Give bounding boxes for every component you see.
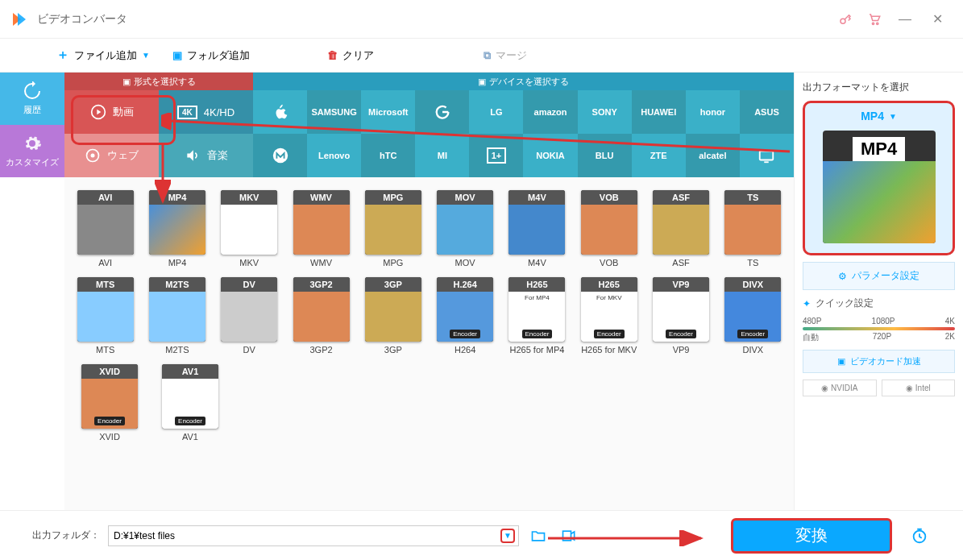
brand-apple[interactable] [253,90,307,134]
plus-icon: ＋ [56,47,69,64]
brand-zte[interactable]: ZTE [632,134,686,177]
format-label: MP4 [168,258,187,268]
category-4k-label: 4K/HD [204,106,235,118]
path-dropdown-icon[interactable]: ▼ [500,529,515,543]
output-path-input[interactable]: D:¥1¥test files ▼ [108,525,519,546]
brand-tv[interactable] [740,134,794,177]
format-asf[interactable]: ASFASF [646,187,715,271]
category-4k[interactable]: 4K 4K/HD [159,90,253,134]
res-720p: 720P [873,332,891,343]
tab-device[interactable]: ▣ デバイスを選択する [253,73,794,90]
format-label: M4V [528,258,546,268]
brand-honor[interactable]: honor [686,90,740,134]
gpu-vendors: ◉NVIDIA ◉Intel [803,380,955,396]
folder-plus-icon: ▣ [172,49,182,61]
format-m2ts[interactable]: M2TSM2TS [143,274,211,358]
add-folder-label: フォルダ追加 [187,48,250,63]
format-avi[interactable]: AVIAVI [71,187,139,271]
cart-icon[interactable] [860,5,889,34]
minimize-button[interactable]: — [889,5,921,34]
close-button[interactable]: ✕ [921,5,953,34]
add-folder-button[interactable]: ▣ フォルダ追加 [164,45,258,66]
format-vp9[interactable]: VP9EncoderVP9 [646,274,715,358]
format-label: 3GP2 [309,345,332,355]
format-wmv[interactable]: WMVWMV [287,187,355,271]
key-icon[interactable] [831,5,860,34]
category-music[interactable]: 音楽 [159,134,253,177]
brand-huawei[interactable]: HUAWEI [632,90,686,134]
format-3gp[interactable]: 3GP3GP [359,274,427,358]
format-h264[interactable]: H.264EncoderH264 [430,274,499,358]
output-thumb: MP4 [823,131,936,243]
brand-microsoft[interactable]: Microsoft [361,90,415,134]
svg-point-2 [877,23,878,24]
brand-alcatel[interactable]: alcatel [686,134,740,177]
add-file-button[interactable]: ＋ ファイル追加 ▼ [48,44,158,67]
format-h265-for-mp4[interactable]: For MP4H265EncoderH265 for MP4 [503,274,571,358]
format-av1[interactable]: AV1EncoderAV1 [152,361,229,445]
format-mpg[interactable]: MPGMPG [359,187,427,271]
encoder-tag: Encoder [94,417,125,425]
category-web[interactable]: ウェブ [64,134,159,177]
svg-point-0 [841,19,845,23]
format-label: AV1 [182,432,198,442]
gpu-intel[interactable]: ◉Intel [882,380,956,396]
encoder-tag: Encoder [450,330,480,338]
convert-label: 変換 [795,525,828,546]
schedule-button[interactable] [908,525,931,547]
format-mp4[interactable]: MP4MP4 [143,187,211,271]
brand-g[interactable] [415,90,469,134]
format-ts[interactable]: TSTS [719,187,787,271]
format-label: WMV [310,258,332,268]
brand-1+[interactable]: 1+ [469,134,523,177]
brand-nokia[interactable]: NOKIA [523,134,577,177]
add-file-label: ファイル追加 [74,48,137,63]
merge-button[interactable]: ⧉ マージ [475,45,535,66]
params-button[interactable]: ⚙ パラメータ設定 [803,262,955,290]
format-3gp2[interactable]: 3GP23GP2 [287,274,355,358]
brand-asus[interactable]: ASUS [740,90,794,134]
brand-lenovo[interactable]: Lenovo [307,134,361,177]
category-video[interactable]: 動画 [64,90,159,134]
gpu-accel-button[interactable]: ▣ ビデオカード加速 [803,350,955,373]
gpu-nvidia[interactable]: ◉NVIDIA [803,380,877,396]
brand-sony[interactable]: SONY [578,90,632,134]
tab-format[interactable]: ▣ 形式を選択する [64,73,253,90]
chevron-down-icon: ▼ [142,51,150,60]
format-mkv[interactable]: MKVMKV [215,187,284,271]
output-preview[interactable]: MP4 ▼ MP4 [803,101,955,255]
sidebar: 履歴 カスタマイズ [0,73,64,510]
format-mts[interactable]: MTSMTS [71,274,139,358]
params-label: パラメータ設定 [852,269,919,283]
right-panel: 出力フォーマットを選択 MP4 ▼ MP4 ⚙ パラメータ設定 ✦ クイック設定… [794,73,963,510]
video-list-button[interactable] [558,525,580,547]
format-vob[interactable]: VOBVOB [575,187,643,271]
brand-samsung[interactable]: SAMSUNG [307,90,361,134]
format-h265-for-mkv[interactable]: For MKVH265EncoderH265 for MKV [575,274,643,358]
brand-htc[interactable]: hTC [361,134,415,177]
svg-rect-8 [563,531,571,541]
format-grid: AVIAVIMP4MP4MKVMKVWMVWMVMPGMPGMOVMOVM4VM… [64,177,794,510]
brand-lg[interactable]: LG [469,90,523,134]
format-dv[interactable]: DVDV [215,274,284,358]
clear-button[interactable]: 🗑 クリア [319,45,382,66]
sidebar-customize-label: カスタマイズ [6,156,59,168]
encoder-tag: Encoder [737,330,768,338]
sidebar-history[interactable]: 履歴 [0,73,64,125]
history-icon [23,81,42,101]
convert-button[interactable]: 変換 [731,518,892,554]
open-folder-button[interactable] [527,525,550,547]
format-m4v[interactable]: M4VM4V [503,187,571,271]
format-label: MOV [455,258,475,268]
format-tab-icon: ▣ [122,77,131,87]
sidebar-customize[interactable]: カスタマイズ [0,125,64,177]
format-divx[interactable]: DIVXEncoderDIVX [719,274,787,358]
resolution-slider[interactable] [803,327,955,330]
brand-amazon[interactable]: amazon [523,90,577,134]
brand-blu[interactable]: BLU [578,134,632,177]
format-mov[interactable]: MOVMOV [430,187,499,271]
brand-m[interactable] [253,134,307,177]
format-xvid[interactable]: XVIDEncoderXVID [71,361,148,445]
brand-mi[interactable]: MI [415,134,469,177]
gear-icon [23,134,42,153]
